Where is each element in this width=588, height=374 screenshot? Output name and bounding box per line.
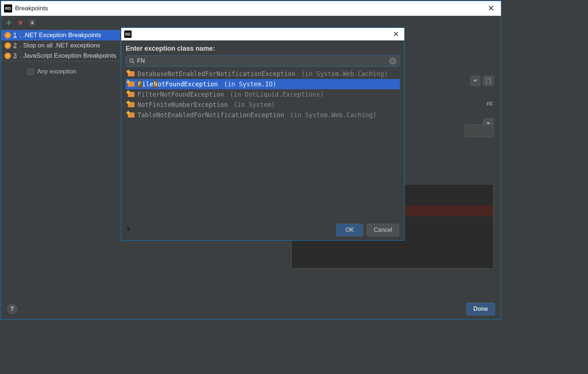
document-button[interactable] bbox=[483, 76, 494, 86]
exception-icon bbox=[128, 71, 135, 76]
search-input[interactable] bbox=[137, 58, 387, 64]
result-name: NotFiniteNumberException bbox=[137, 101, 228, 108]
right-controls: nt: bbox=[470, 76, 494, 129]
result-name: FilterNotFoundException bbox=[137, 91, 224, 98]
result-namespace: (in System.Web.Caching) bbox=[290, 111, 376, 119]
result-name: FileNotFoundException bbox=[137, 80, 218, 88]
chevron-down-icon bbox=[473, 80, 477, 82]
textbox[interactable] bbox=[465, 125, 494, 137]
results-list: DatabaseNotEnabledForNotificationExcepti… bbox=[126, 69, 400, 120]
close-icon[interactable]: ✕ bbox=[391, 30, 401, 39]
group-button[interactable] bbox=[28, 19, 36, 27]
x-icon bbox=[18, 20, 24, 26]
result-namespace: (in DotLiquid.Exceptions) bbox=[230, 91, 324, 98]
titlebar[interactable]: RD Breakpoints ✕ bbox=[1, 1, 501, 16]
menu-item-label: . Stop on all .NET exceptions bbox=[19, 42, 100, 49]
breakpoint-type-menu: ⚡1. .NET Exception Breakpoints⚡2. Stop o… bbox=[1, 30, 121, 61]
modal-titlebar[interactable]: RD ✕ bbox=[121, 28, 404, 40]
exception-icon bbox=[128, 82, 135, 87]
plus-icon bbox=[6, 20, 12, 26]
window-title: Breakpoints bbox=[15, 5, 484, 12]
result-row[interactable]: FileNotFoundException(in System.IO) bbox=[126, 79, 400, 89]
modal-footer: ? OK Cancel bbox=[121, 220, 404, 240]
search-icon bbox=[129, 58, 135, 64]
app-icon: RD bbox=[124, 30, 132, 38]
bolt-icon: ⚡ bbox=[4, 32, 11, 39]
result-namespace: (in System.IO) bbox=[224, 80, 276, 88]
footer: ? Done bbox=[1, 299, 501, 319]
bolt-icon: ⚡ bbox=[4, 42, 11, 49]
remove-button[interactable] bbox=[17, 19, 25, 27]
add-button[interactable] bbox=[5, 19, 13, 27]
result-row[interactable]: FilterNotFoundException(in DotLiquid.Exc… bbox=[126, 89, 400, 100]
help-button[interactable]: ? bbox=[126, 227, 130, 233]
dropdown-button[interactable] bbox=[470, 76, 480, 86]
document-icon bbox=[29, 19, 36, 26]
checkbox-icon[interactable] bbox=[28, 68, 34, 75]
result-name: TableNotEnabledForNotificationException bbox=[137, 111, 284, 119]
svg-rect-1 bbox=[31, 21, 33, 24]
menu-item[interactable]: ⚡2. Stop on all .NET exceptions bbox=[1, 40, 120, 51]
done-button[interactable]: Done bbox=[466, 303, 495, 315]
help-button[interactable]: ? bbox=[7, 304, 17, 314]
ok-button[interactable]: OK bbox=[336, 224, 363, 236]
modal-body: Enter exception class name: ✕ DatabaseNo… bbox=[121, 40, 404, 220]
app-icon: RD bbox=[4, 4, 12, 12]
exception-class-dialog: RD ✕ Enter exception class name: ✕ Datab… bbox=[121, 28, 405, 241]
menu-item-label: . .NET Exception Breakpoints bbox=[19, 32, 101, 39]
result-row[interactable]: NotFiniteNumberException(in System) bbox=[126, 100, 400, 110]
menu-item-number: 1 bbox=[13, 32, 17, 39]
exception-icon bbox=[128, 112, 135, 118]
search-box[interactable]: ✕ bbox=[126, 55, 400, 66]
cancel-button[interactable]: Cancel bbox=[367, 224, 399, 236]
bolt-icon: ⚡ bbox=[4, 53, 11, 59]
result-namespace: (in System) bbox=[234, 101, 275, 108]
clear-button[interactable]: ✕ bbox=[389, 57, 397, 65]
menu-item-number: 2 bbox=[13, 42, 17, 49]
result-row[interactable]: TableNotEnabledForNotificationException(… bbox=[126, 110, 400, 120]
menu-item[interactable]: ⚡1. .NET Exception Breakpoints bbox=[1, 30, 120, 40]
result-name: DatabaseNotEnabledForNotificationExcepti… bbox=[137, 70, 295, 78]
menu-item[interactable]: ⚡3. JavaScript Exception Breakpoints bbox=[1, 51, 120, 61]
modal-label: Enter exception class name: bbox=[126, 45, 400, 53]
svg-point-2 bbox=[130, 59, 133, 62]
close-icon[interactable]: ✕ bbox=[484, 4, 498, 13]
menu-item-number: 3 bbox=[13, 52, 17, 60]
exception-icon bbox=[128, 102, 135, 107]
menu-item-label: . JavaScript Exception Breakpoints bbox=[19, 52, 116, 60]
page-icon bbox=[486, 78, 491, 84]
nt-label: nt: bbox=[487, 100, 494, 107]
result-namespace: (in System.Web.Caching) bbox=[301, 70, 388, 78]
result-row[interactable]: DatabaseNotEnabledForNotificationExcepti… bbox=[126, 69, 400, 79]
tree-item-label: Any exception bbox=[37, 68, 76, 75]
exception-icon bbox=[128, 92, 135, 97]
